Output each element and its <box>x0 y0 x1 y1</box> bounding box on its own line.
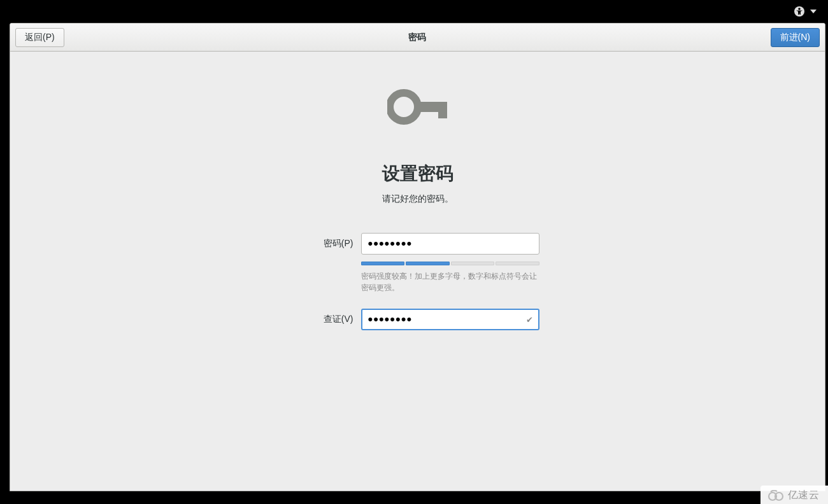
accessibility-icon[interactable] <box>794 6 805 17</box>
verify-input[interactable] <box>361 309 539 330</box>
password-strength-hint: 密码强度较高！加上更多字母，数字和标点符号会让密码更强。 <box>361 270 539 293</box>
watermark-logo-icon <box>767 490 785 501</box>
watermark: 亿速云 <box>760 486 829 504</box>
password-row: 密码(P) <box>296 233 539 255</box>
dropdown-caret-icon[interactable] <box>810 10 817 13</box>
back-button[interactable]: 返回(P) <box>15 28 64 47</box>
content-area: 设置密码 请记好您的密码。 密码(P) 密码强度较高！加上更多字母，数字和标点符… <box>10 52 825 491</box>
svg-rect-3 <box>415 102 447 112</box>
system-topbar <box>0 0 828 23</box>
setup-window: 返回(P) 密码 前进(N) 设置密码 请记好您的密码。 密码(P) <box>10 23 825 491</box>
verify-row: 查证(V) ✔ <box>296 309 539 330</box>
strength-segment <box>451 262 495 265</box>
verify-label: 查证(V) <box>296 314 353 325</box>
svg-point-5 <box>397 101 410 113</box>
svg-rect-4 <box>438 112 447 118</box>
password-strength-bar <box>361 262 539 265</box>
strength-segment <box>361 262 405 265</box>
check-icon: ✔ <box>526 315 533 325</box>
header-bar: 返回(P) 密码 前进(N) <box>10 24 825 52</box>
watermark-text: 亿速云 <box>788 489 820 502</box>
key-icon <box>387 87 448 130</box>
strength-segment <box>496 262 539 265</box>
password-input[interactable] <box>361 233 539 255</box>
page-title: 设置密码 <box>382 162 453 186</box>
strength-segment <box>406 262 450 265</box>
password-label: 密码(P) <box>296 238 353 249</box>
next-button[interactable]: 前进(N) <box>771 28 820 47</box>
svg-point-1 <box>798 8 801 10</box>
page-subtitle: 请记好您的密码。 <box>382 193 453 205</box>
header-title: 密码 <box>408 32 426 43</box>
